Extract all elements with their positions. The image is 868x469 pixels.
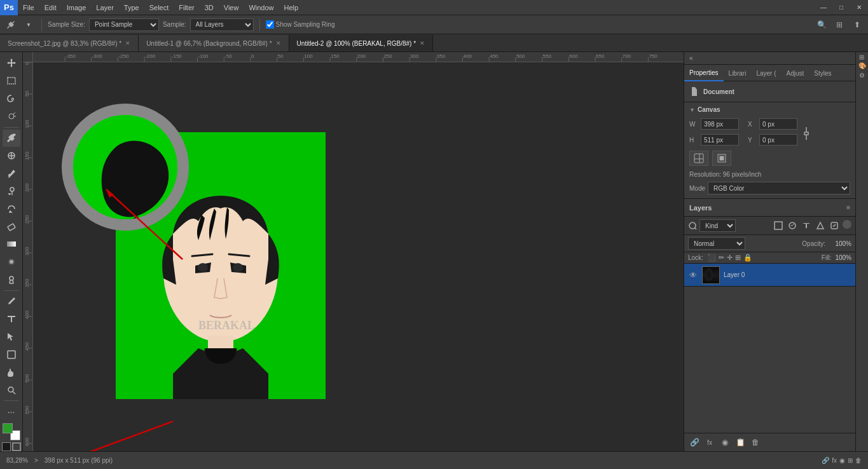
minimize-button[interactable]: —: [815, 0, 832, 15]
menu-3d[interactable]: 3D: [200, 0, 219, 15]
width-input[interactable]: [701, 118, 739, 130]
lock-artboard-btn[interactable]: ⊞: [735, 254, 741, 262]
mode-select[interactable]: RGB Color CMYK Color Grayscale: [708, 182, 850, 194]
mask-mode-btn[interactable]: [2, 442, 11, 451]
height-input[interactable]: [701, 134, 739, 146]
menu-type[interactable]: Type: [119, 0, 144, 15]
tool-direct-select[interactable]: [3, 329, 20, 346]
show-sampling-ring-label[interactable]: Show Sampling Ring: [266, 20, 335, 29]
blend-mode-select[interactable]: Normal Multiply Screen Overlay: [688, 237, 745, 250]
arrange-icon[interactable]: ⊞: [832, 18, 846, 32]
filter-type-btn[interactable]: [801, 220, 812, 231]
search-icon[interactable]: 🔍: [815, 18, 829, 32]
tool-spot-healing[interactable]: [3, 147, 20, 165]
status-delete-btn[interactable]: 🗑: [855, 457, 862, 464]
lock-all-btn[interactable]: 🔒: [743, 254, 752, 262]
tab-screenshot[interactable]: Screenshot_12.jpg @ 83,3% (RGB/8#) * ✕: [0, 35, 139, 51]
tool-hand[interactable]: [3, 364, 20, 381]
filter-smart-btn[interactable]: [829, 220, 840, 231]
tool-brush[interactable]: [3, 165, 20, 182]
tool-eyedropper[interactable]: [3, 130, 20, 147]
show-sampling-ring-checkbox[interactable]: [266, 20, 274, 29]
menu-view[interactable]: View: [219, 0, 244, 15]
tool-lasso[interactable]: [3, 90, 20, 107]
image-size-btn[interactable]: [689, 151, 708, 166]
standard-mode-btn[interactable]: [12, 442, 21, 451]
tool-history-brush[interactable]: [3, 200, 20, 217]
tool-eraser[interactable]: [3, 218, 20, 235]
tab-untitled1-close[interactable]: ✕: [276, 40, 281, 46]
menu-layer[interactable]: Layer: [91, 0, 119, 15]
link-icon[interactable]: [803, 126, 810, 141]
lock-transparency-btn[interactable]: ⬛: [707, 254, 716, 262]
mini-toolbar-icon-1[interactable]: ⊞: [858, 55, 865, 60]
filter-pixel-btn[interactable]: [773, 220, 784, 231]
layers-panel: Layers ≡ Kind Name Effect: [684, 199, 855, 451]
menu-select[interactable]: Select: [144, 0, 174, 15]
share-icon[interactable]: ⬆: [850, 18, 864, 32]
tool-type[interactable]: [3, 311, 20, 328]
fx-btn[interactable]: fx: [703, 436, 716, 449]
filter-shape-btn[interactable]: [815, 220, 826, 231]
status-mask-btn[interactable]: ◉: [839, 457, 845, 464]
menu-image[interactable]: Image: [62, 0, 92, 15]
menu-help[interactable]: Help: [279, 0, 304, 15]
x-input[interactable]: [759, 118, 797, 130]
sample-size-select[interactable]: Point Sample 3 by 3 Average 5 by 5 Avera…: [89, 18, 159, 31]
menu-window[interactable]: Window: [244, 0, 279, 15]
status-link-btn[interactable]: 🔗: [822, 457, 829, 464]
tab-styles[interactable]: Styles: [809, 65, 836, 81]
mini-toolbar-icon-2[interactable]: 🎨: [858, 62, 866, 69]
y-input[interactable]: [759, 134, 797, 146]
tool-clone-stamp[interactable]: [3, 182, 20, 200]
status-fx-btn[interactable]: fx: [832, 457, 837, 464]
canvas-size-btn[interactable]: [712, 151, 731, 166]
tool-gradient[interactable]: [3, 236, 20, 253]
link-layers-btn[interactable]: 🔗: [688, 436, 701, 449]
tab-screenshot-close[interactable]: ✕: [125, 40, 130, 46]
layer-item-0[interactable]: 👁 Layer 0: [684, 264, 855, 287]
tool-dodge[interactable]: [3, 271, 20, 289]
status-adj-btn[interactable]: ⊞: [848, 457, 853, 464]
tab-layer-comp[interactable]: Layer (: [751, 65, 781, 81]
tool-shape[interactable]: [3, 346, 20, 363]
lock-image-btn[interactable]: ✏: [719, 254, 724, 262]
tool-options-arrow[interactable]: ▼: [22, 18, 36, 32]
panels-collapse-btn[interactable]: «: [688, 53, 694, 63]
tab-untitled1[interactable]: Untitled-1 @ 66,7% (Background, RGB/8#) …: [139, 35, 289, 51]
tab-libraries[interactable]: Librari: [724, 65, 752, 81]
close-button[interactable]: ✕: [850, 0, 868, 15]
tool-rectangular-marquee[interactable]: [3, 72, 20, 90]
layer-visibility-0[interactable]: 👁: [688, 271, 698, 280]
tool-blur[interactable]: [3, 254, 20, 271]
delete-layer-btn[interactable]: 🗑: [749, 436, 762, 449]
canvas-main[interactable]: BERAKAL: [33, 62, 684, 451]
tool-move[interactable]: [3, 55, 20, 72]
fg-color-swatch[interactable]: [3, 423, 13, 433]
separator-3: [4, 400, 19, 401]
tool-zoom[interactable]: [3, 381, 20, 398]
layer-filter-select[interactable]: Kind Name Effect: [699, 219, 736, 232]
tab-adjust[interactable]: Adjust: [782, 65, 809, 81]
layers-menu-btn[interactable]: ≡: [846, 204, 850, 211]
mini-toolbar-icon-3[interactable]: ⚙: [859, 72, 865, 79]
menu-file[interactable]: File: [18, 0, 39, 15]
new-fill-layer-btn[interactable]: ◉: [719, 436, 731, 449]
tab-untitled2-close[interactable]: ✕: [420, 40, 425, 46]
tab-untitled2[interactable]: Untitled-2 @ 100% (BERAKAL, RGB/8#) * ✕: [289, 35, 433, 51]
tool-quick-select[interactable]: [3, 108, 20, 125]
tool-extra[interactable]: ···: [3, 403, 20, 420]
filter-adjust-btn[interactable]: [787, 220, 798, 231]
tool-pen[interactable]: [3, 293, 20, 310]
new-layer-btn[interactable]: 📋: [734, 436, 747, 449]
menu-edit[interactable]: Edit: [39, 0, 62, 15]
document-header[interactable]: Document: [689, 86, 850, 97]
filter-color-btn[interactable]: [843, 220, 851, 229]
tab-properties[interactable]: Properties: [684, 65, 724, 81]
mode-row: Mode RGB Color CMYK Color Grayscale: [689, 182, 850, 194]
sample-select[interactable]: All Layers Current Layer: [190, 18, 254, 31]
maximize-button[interactable]: □: [832, 0, 850, 15]
menu-filter[interactable]: Filter: [174, 0, 199, 15]
panel-tab-bar: Properties Librari Layer ( Adjust Styles: [684, 65, 855, 81]
lock-position-btn[interactable]: ✛: [727, 254, 733, 262]
